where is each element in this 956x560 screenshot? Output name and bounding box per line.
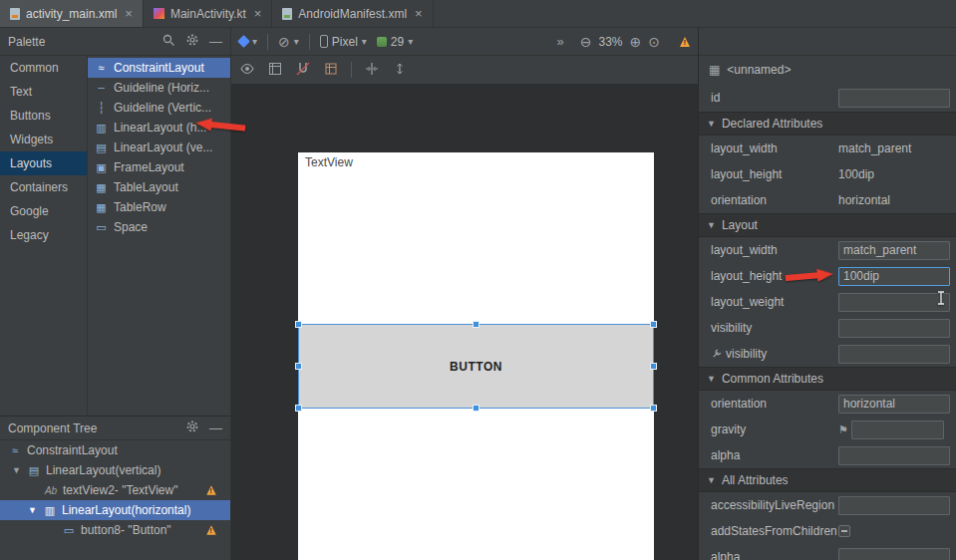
- palette-panel-header: Palette —: [0, 28, 230, 56]
- attr-row-accessibilityliveregion: accessibilityLiveRegion: [699, 492, 956, 518]
- palette-item-tablelayout[interactable]: ▦ TableLayout: [88, 177, 230, 197]
- section-declared-attributes[interactable]: ▼ Declared Attributes: [699, 112, 956, 136]
- palette-item-guideline-vertical[interactable]: ┆ Guideline (Vertic...: [88, 98, 230, 118]
- palette-item-tablerow[interactable]: ▦ TableRow: [88, 197, 230, 217]
- resize-handle-mid-right[interactable]: [650, 363, 657, 370]
- tree-node-constraintlayout[interactable]: ≈ ConstraintLayout: [0, 440, 230, 460]
- gear-icon[interactable]: [185, 420, 199, 436]
- accessibilityliveregion-input[interactable]: [838, 496, 950, 515]
- toolbar-overflow-icon[interactable]: »: [557, 35, 564, 48]
- gravity-value: ⚑: [838, 420, 944, 439]
- flag-icon[interactable]: ⚑: [838, 423, 848, 436]
- section-all-attributes[interactable]: ▼ All Attributes: [699, 468, 956, 492]
- palette-category-containers[interactable]: Containers: [0, 175, 87, 199]
- visibility-input[interactable]: [838, 319, 950, 338]
- attr-label: accessibilityLiveRegion: [711, 498, 838, 512]
- search-icon[interactable]: [161, 33, 175, 50]
- close-icon[interactable]: ×: [415, 7, 423, 20]
- tree-node-linearlayout-horizontal[interactable]: ▼ ▥ LinearLayout(horizontal): [0, 500, 230, 520]
- resize-handle-bottom-center[interactable]: [473, 405, 479, 412]
- close-icon[interactable]: ×: [254, 7, 262, 20]
- tree-node-textview2[interactable]: Ab textView2- "TextView": [0, 480, 230, 500]
- linearlayout-horizontal-icon: ▥: [43, 504, 57, 517]
- tree-node-linearlayout-vertical[interactable]: ▼ ▤ LinearLayout(vertical): [0, 460, 230, 480]
- addstatesfromchildren-checkbox[interactable]: [838, 525, 850, 537]
- attr-label-text: visibility: [726, 347, 767, 361]
- palette-item-linearlayout-vertical[interactable]: ▤ LinearLayout (ve...: [88, 138, 230, 157]
- resize-handle-top-left[interactable]: [295, 321, 302, 328]
- tree-node-button8[interactable]: ▭ button8- "Button": [0, 520, 230, 540]
- palette-category-google[interactable]: Google: [0, 199, 87, 223]
- section-layout[interactable]: ▼ Layout: [699, 213, 956, 237]
- chevron-down-icon: ▾: [362, 36, 367, 47]
- palette-category-legacy[interactable]: Legacy: [0, 223, 87, 247]
- expand-vertical-icon[interactable]: [392, 61, 408, 80]
- palette-category-common[interactable]: Common: [0, 56, 87, 80]
- palette-category-widgets[interactable]: Widgets: [0, 128, 87, 151]
- id-input[interactable]: [838, 89, 950, 108]
- resize-handle-mid-left[interactable]: [295, 363, 302, 370]
- align-horizontal-icon[interactable]: [364, 61, 380, 80]
- minimize-icon[interactable]: —: [209, 421, 222, 434]
- alpha-input[interactable]: [838, 446, 950, 465]
- resize-handle-bottom-left[interactable]: [295, 405, 302, 412]
- design-toolbar: ▾ ⊘ ▾ Pixel ▾ 29 ▾ » ⊖ 33% ⊕ ⊙: [230, 28, 698, 56]
- api-selector[interactable]: 29 ▾: [377, 35, 413, 49]
- design-surface-selector[interactable]: ▾: [239, 36, 257, 47]
- section-title: Common Attributes: [722, 372, 823, 386]
- attr-value[interactable]: match_parent: [838, 141, 911, 155]
- divider: [351, 62, 352, 78]
- attr-value[interactable]: 100dip: [838, 167, 874, 181]
- tab-mainactivity-kt[interactable]: MainActivity.kt ×: [144, 0, 272, 27]
- tab-activity-main-xml[interactable]: activity_main.xml ×: [0, 0, 144, 27]
- textview-component[interactable]: TextView: [305, 155, 353, 169]
- resize-handle-bottom-right[interactable]: [650, 405, 657, 412]
- section-common-attributes[interactable]: ▼ Common Attributes: [699, 367, 956, 391]
- button-component[interactable]: BUTTON: [450, 360, 502, 374]
- minimize-icon[interactable]: —: [209, 35, 222, 48]
- layout-height-input[interactable]: [838, 267, 950, 286]
- device-selector[interactable]: Pixel ▾: [320, 35, 367, 49]
- resize-handle-top-center[interactable]: [473, 321, 479, 328]
- layout-width-input[interactable]: [838, 241, 950, 260]
- view-options-eye-icon[interactable]: [239, 61, 255, 80]
- expand-arrow-icon[interactable]: ▼: [28, 505, 38, 515]
- attr-label: layout_width: [711, 141, 838, 155]
- tools-visibility-input[interactable]: [838, 345, 950, 364]
- section-collapse-icon: ▼: [707, 374, 716, 384]
- orientation-input[interactable]: [838, 395, 950, 414]
- gravity-input[interactable]: [851, 420, 944, 439]
- tree-node-label: ConstraintLayout: [27, 443, 118, 457]
- palette-item-guideline-horizontal[interactable]: ┄ Guideline (Horiz...: [88, 78, 230, 98]
- palette-category-buttons[interactable]: Buttons: [0, 104, 87, 128]
- theme-selector[interactable]: ⊘ ▾: [278, 34, 299, 50]
- gear-icon[interactable]: [185, 33, 199, 50]
- attr-label: orientation: [711, 193, 838, 207]
- resize-handle-top-right[interactable]: [650, 321, 657, 328]
- zoom-out-icon[interactable]: ⊖: [580, 34, 592, 50]
- tab-androidmanifest-xml[interactable]: AndroidManifest.xml ×: [272, 0, 433, 27]
- selected-linearlayout[interactable]: BUTTON: [298, 324, 654, 409]
- zoom-in-icon[interactable]: ⊕: [630, 34, 642, 50]
- close-icon[interactable]: ×: [125, 7, 133, 20]
- palette-category-text[interactable]: Text: [0, 80, 87, 104]
- autoconnect-off-magnet-icon[interactable]: [295, 61, 311, 80]
- tablelayout-icon: ▦: [95, 181, 108, 194]
- attr-value[interactable]: horizontal: [838, 193, 890, 207]
- palette-category-layouts[interactable]: Layouts: [0, 151, 87, 175]
- expand-arrow-icon[interactable]: ▼: [12, 465, 22, 475]
- device-artboard[interactable]: TextView BUTTON: [298, 152, 654, 560]
- palette-item-framelayout[interactable]: ▣ FrameLayout: [88, 157, 230, 177]
- tablerow-icon: ▦: [95, 201, 108, 214]
- warning-icon[interactable]: [680, 37, 690, 47]
- zoom-fit-icon[interactable]: ⊙: [648, 34, 660, 50]
- palette-item-constraintlayout[interactable]: ≈ ConstraintLayout: [88, 58, 230, 78]
- blueprint-mode-icon[interactable]: [267, 61, 283, 80]
- default-margins-icon[interactable]: [323, 61, 339, 80]
- canvas-toolbar: [230, 56, 698, 84]
- design-surface[interactable]: TextView BUTTON: [230, 84, 698, 560]
- alpha-all-input[interactable]: [838, 548, 950, 560]
- layout-weight-input[interactable]: [838, 293, 950, 312]
- section-collapse-icon: ▼: [707, 475, 716, 485]
- palette-item-space[interactable]: ▭ Space: [88, 217, 230, 237]
